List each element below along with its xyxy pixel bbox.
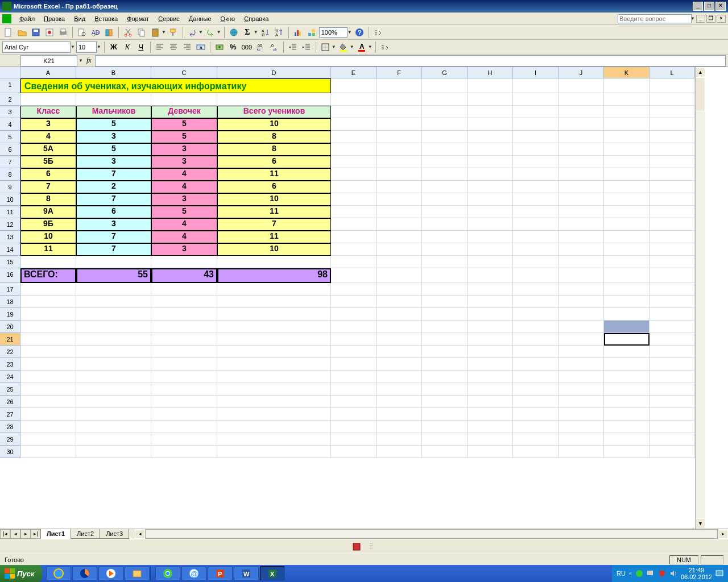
cell-J21[interactable] <box>559 333 604 346</box>
cell-J9[interactable] <box>559 181 604 193</box>
cell-J17[interactable] <box>559 283 604 296</box>
cell-I4[interactable] <box>513 118 559 131</box>
cell-J20[interactable] <box>559 321 604 333</box>
menu-вид[interactable]: Вид <box>69 14 90 23</box>
cell-C23[interactable] <box>151 358 217 371</box>
row-header-21[interactable]: 21 <box>0 333 20 346</box>
spellcheck-icon[interactable]: ABC <box>89 26 102 39</box>
fx-icon[interactable]: fx <box>86 56 92 65</box>
cell-D15[interactable] <box>217 256 331 268</box>
hyperlink-icon[interactable] <box>228 26 240 39</box>
cell-I28[interactable] <box>513 421 559 433</box>
cell-B6[interactable]: 5 <box>76 143 151 156</box>
cell-K7[interactable] <box>604 156 650 168</box>
cell-C9[interactable]: 4 <box>151 181 217 193</box>
cell-H17[interactable] <box>468 283 513 296</box>
cell-A7[interactable]: 5Б <box>20 156 76 168</box>
cell-F16[interactable] <box>377 268 422 283</box>
row-header-16[interactable]: 16 <box>0 268 20 283</box>
cell-B8[interactable]: 7 <box>76 168 151 181</box>
cell-F28[interactable] <box>377 421 422 433</box>
cell-A13[interactable]: 10 <box>20 231 76 243</box>
cell-F11[interactable] <box>377 206 422 218</box>
cell-K17[interactable] <box>604 283 650 296</box>
vertical-scrollbar[interactable]: ▲ ▼ <box>695 67 705 529</box>
cell-A8[interactable]: 6 <box>20 168 76 181</box>
doc-minimize-button[interactable]: _ <box>696 15 705 23</box>
cell-I24[interactable] <box>513 371 559 383</box>
tab-first-icon[interactable]: |◂ <box>0 529 10 539</box>
cell-F26[interactable] <box>377 396 422 408</box>
cell-E9[interactable] <box>331 181 377 193</box>
cell-G1[interactable] <box>422 78 468 93</box>
cell-I25[interactable] <box>513 383 559 396</box>
cell-H12[interactable] <box>468 218 513 231</box>
cell-F23[interactable] <box>377 358 422 371</box>
toolbar-options-icon[interactable] <box>379 41 391 53</box>
menu-вставка[interactable]: Вставка <box>90 14 122 23</box>
permission-icon[interactable] <box>43 26 56 39</box>
font-combo[interactable]: Arial Cyr <box>2 41 71 53</box>
cell-I13[interactable] <box>513 231 559 243</box>
cell-H8[interactable] <box>468 168 513 181</box>
menu-данные[interactable]: Данные <box>184 14 216 23</box>
cell-F13[interactable] <box>377 231 422 243</box>
cell-J24[interactable] <box>559 371 604 383</box>
cell-D11[interactable]: 11 <box>217 206 331 218</box>
cell-G3[interactable] <box>422 106 468 118</box>
cell-H27[interactable] <box>468 408 513 421</box>
total-label[interactable]: ВСЕГО: <box>20 268 76 283</box>
help-icon[interactable]: ? <box>353 26 366 39</box>
cell-I18[interactable] <box>513 296 559 308</box>
cell-C30[interactable] <box>151 446 217 458</box>
header-B[interactable]: Мальчиков <box>76 106 151 118</box>
cell-G20[interactable] <box>422 321 468 333</box>
cell-F24[interactable] <box>377 371 422 383</box>
title-cell[interactable]: Сведения об учениках, изучающих информат… <box>20 78 331 93</box>
row-header-9[interactable]: 9 <box>0 181 20 193</box>
cell-C2[interactable] <box>151 93 217 106</box>
task-word-icon[interactable]: W <box>234 566 259 581</box>
align-center-icon[interactable] <box>167 41 180 53</box>
cell-H4[interactable] <box>468 118 513 131</box>
cell-J3[interactable] <box>559 106 604 118</box>
cell-A25[interactable] <box>20 383 76 396</box>
cell-H22[interactable] <box>468 346 513 358</box>
total-boys[interactable]: 55 <box>76 268 151 283</box>
cell-K9[interactable] <box>604 181 650 193</box>
cell-A21[interactable] <box>20 333 76 346</box>
cell-F12[interactable] <box>377 218 422 231</box>
row-header-25[interactable]: 25 <box>0 383 20 396</box>
cell-L12[interactable] <box>650 218 695 231</box>
cell-J2[interactable] <box>559 93 604 106</box>
row-header-23[interactable]: 23 <box>0 358 20 371</box>
cell-F6[interactable] <box>377 143 422 156</box>
cell-K29[interactable] <box>604 433 650 446</box>
cell-G24[interactable] <box>422 371 468 383</box>
cell-K8[interactable] <box>604 168 650 181</box>
cell-J11[interactable] <box>559 206 604 218</box>
cell-B15[interactable] <box>76 256 151 268</box>
row-header-30[interactable]: 30 <box>0 446 20 458</box>
formula-input[interactable] <box>95 55 726 66</box>
cell-K11[interactable] <box>604 206 650 218</box>
cell-B21[interactable] <box>76 333 151 346</box>
ask-question-input[interactable] <box>618 14 692 23</box>
cell-J15[interactable] <box>559 256 604 268</box>
cell-G2[interactable] <box>422 93 468 106</box>
col-header-I[interactable]: I <box>513 67 559 78</box>
cell-C13[interactable]: 4 <box>151 231 217 243</box>
cell-E10[interactable] <box>331 193 377 206</box>
cell-D25[interactable] <box>217 383 331 396</box>
cell-A11[interactable]: 9А <box>20 206 76 218</box>
cell-D13[interactable]: 11 <box>217 231 331 243</box>
cell-L3[interactable] <box>650 106 695 118</box>
row-header-26[interactable]: 26 <box>0 396 20 408</box>
cell-E15[interactable] <box>331 256 377 268</box>
cell-B10[interactable]: 7 <box>76 193 151 206</box>
cell-C10[interactable]: 3 <box>151 193 217 206</box>
cell-C15[interactable] <box>151 256 217 268</box>
cell-A27[interactable] <box>20 408 76 421</box>
cell-I27[interactable] <box>513 408 559 421</box>
increase-indent-icon[interactable] <box>300 41 313 53</box>
